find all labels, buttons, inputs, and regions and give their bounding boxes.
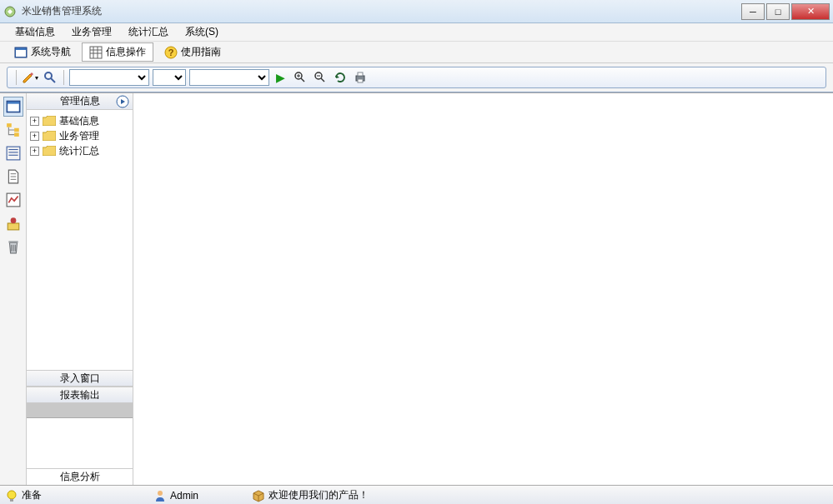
svg-rect-27	[7, 147, 20, 160]
vbtn-document[interactable]	[3, 167, 23, 187]
main-area: 管理信息 + 基础信息 + 业务管理 + 统计汇总 录入窗口 报表输出 信息分	[0, 92, 833, 485]
vbtn-tree[interactable]	[3, 120, 23, 140]
panel-header: 管理信息	[27, 93, 133, 110]
expander-icon[interactable]: +	[30, 132, 39, 141]
menu-stats[interactable]: 统计汇总	[120, 23, 177, 41]
sub-toolbar: 系统导航 信息操作 ? 使用指南	[0, 42, 833, 63]
run-button[interactable]: ▶	[276, 71, 285, 84]
statusbar: 准备 Admin 欢迎使用我们的产品！	[0, 485, 833, 504]
expander-icon[interactable]: +	[30, 117, 39, 126]
combo-3[interactable]	[189, 69, 269, 86]
tree-node-stats[interactable]: + 统计汇总	[28, 143, 131, 158]
tree-node-business[interactable]: + 业务管理	[28, 128, 131, 143]
section-input-window[interactable]: 录入窗口	[27, 370, 133, 387]
document-icon	[6, 169, 21, 184]
combo-2[interactable]	[153, 69, 186, 86]
svg-rect-35	[8, 223, 19, 230]
status-text: Admin	[170, 490, 198, 502]
status-text: 欢迎使用我们的产品！	[268, 488, 369, 502]
svg-rect-20	[358, 72, 363, 76]
side-panel: 管理信息 + 基础信息 + 业务管理 + 统计汇总 录入窗口 报表输出 信息分	[27, 93, 133, 485]
pencil-icon	[22, 71, 35, 84]
expander-icon[interactable]: +	[30, 147, 39, 156]
menu-basic-info[interactable]: 基础信息	[7, 23, 63, 41]
vertical-toolbar	[0, 93, 27, 485]
toolbar-container: ▾ ▶	[0, 63, 833, 92]
panel-title: 管理信息	[60, 94, 100, 108]
combo-1[interactable]	[69, 69, 149, 86]
svg-rect-43	[10, 499, 13, 502]
titlebar: 米业销售管理系统 ─ □ ✕	[0, 0, 833, 23]
chart-icon	[6, 192, 21, 207]
vbtn-config[interactable]	[3, 213, 23, 233]
close-button[interactable]: ✕	[791, 3, 830, 20]
tab-label: 使用指南	[181, 45, 221, 59]
package-icon	[252, 489, 265, 502]
trash-icon	[6, 239, 21, 254]
svg-line-13	[301, 78, 304, 82]
user-icon	[153, 489, 167, 502]
tree-label: 业务管理	[59, 129, 99, 143]
status-welcome: 欢迎使用我们的产品！	[252, 488, 369, 502]
svg-point-36	[10, 217, 16, 223]
panel-blank	[27, 418, 133, 468]
zoom-out-button[interactable]	[312, 69, 329, 86]
tree-label: 基础信息	[59, 114, 99, 128]
minimize-button[interactable]: ─	[741, 3, 765, 20]
panel-gap	[27, 403, 133, 418]
vbtn-window[interactable]	[3, 97, 23, 117]
tree-view: + 基础信息 + 业务管理 + 统计汇总	[27, 110, 133, 370]
status-user: Admin	[153, 489, 198, 502]
vbtn-chart[interactable]	[3, 190, 23, 210]
magnify-plus-icon	[294, 71, 307, 84]
printer-icon	[354, 71, 367, 84]
content-area	[133, 93, 833, 485]
svg-rect-25	[14, 128, 19, 132]
menubar: 基础信息 业务管理 统计汇总 系统(S)	[0, 23, 833, 42]
folder-icon	[43, 146, 56, 156]
vbtn-list[interactable]	[3, 143, 23, 163]
vbtn-trash[interactable]	[3, 237, 23, 257]
window-icon	[6, 99, 21, 114]
svg-line-11	[51, 78, 55, 82]
grid-icon	[89, 46, 103, 59]
svg-rect-21	[358, 79, 363, 82]
svg-rect-24	[7, 123, 12, 127]
svg-text:?: ?	[168, 47, 174, 57]
app-icon	[3, 5, 17, 18]
folder-icon	[43, 116, 56, 126]
svg-rect-23	[8, 104, 19, 112]
svg-point-44	[158, 491, 163, 496]
status-text: 准备	[22, 488, 42, 502]
edit-button[interactable]: ▾	[22, 69, 38, 86]
panel-footer[interactable]: 信息分析	[27, 468, 133, 485]
svg-rect-2	[16, 50, 26, 57]
search-icon	[43, 71, 57, 84]
search-button[interactable]	[42, 69, 58, 86]
menu-system[interactable]: 系统(S)	[177, 23, 227, 41]
help-icon: ?	[164, 46, 178, 59]
window-icon	[14, 46, 28, 59]
play-circle-icon[interactable]	[116, 95, 129, 108]
tab-user-guide[interactable]: ? 使用指南	[157, 42, 228, 62]
refresh-button[interactable]	[332, 69, 349, 86]
svg-line-17	[321, 78, 324, 82]
tree-node-basic[interactable]: + 基础信息	[28, 113, 131, 128]
maximize-button[interactable]: □	[766, 3, 790, 20]
window-title: 米业销售管理系统	[22, 4, 740, 18]
tab-label: 信息操作	[106, 45, 146, 59]
print-button[interactable]	[352, 69, 369, 86]
magnify-minus-icon	[314, 71, 327, 84]
folder-icon	[43, 131, 56, 141]
svg-rect-3	[90, 47, 102, 58]
toolbar: ▾ ▶	[7, 67, 826, 88]
tree-icon	[6, 122, 21, 137]
tab-info-operation[interactable]: 信息操作	[82, 42, 153, 62]
config-icon	[6, 216, 21, 231]
bulb-icon	[5, 489, 18, 502]
dropdown-arrow-icon: ▾	[35, 74, 38, 82]
section-report-output[interactable]: 报表输出	[27, 387, 133, 403]
tab-system-nav[interactable]: 系统导航	[7, 42, 78, 62]
zoom-in-button[interactable]	[292, 69, 309, 86]
menu-business[interactable]: 业务管理	[63, 23, 120, 41]
